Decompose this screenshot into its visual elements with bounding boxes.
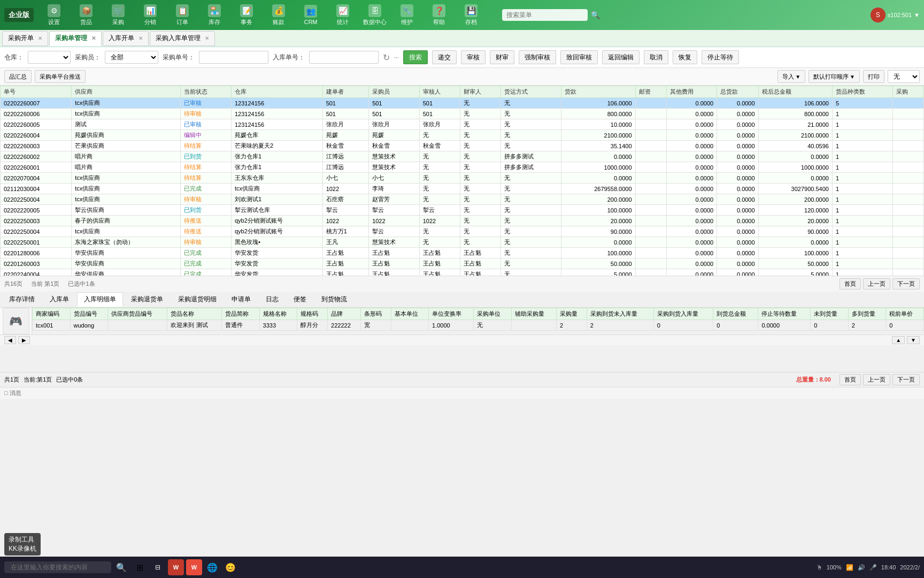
nav-search-input[interactable]	[502, 9, 588, 21]
tab-close-1[interactable]: ✕	[91, 35, 96, 41]
table-row[interactable]: 02202260003 芒果供应商 待结算 芒果味的夏天2 秋金雪 秋金雪 秋金…	[1, 141, 924, 151]
table-row[interactable]: 02202260004 苑媛供应商 编辑中 苑媛仓库 苑媛 苑媛 无 无 无 2…	[1, 130, 924, 141]
detail-prev-btn[interactable]: 上一页	[863, 374, 890, 385]
cancel-button[interactable]: 取消	[644, 50, 668, 64]
table-row[interactable]: 02112030004 tcx供应商 已完成 tcx供应商 1022 李琦 无 …	[1, 184, 924, 194]
tab-inbound-order[interactable]: 入库开单 ✕	[103, 31, 149, 46]
dcol-qty: 采购量	[556, 308, 587, 320]
dcol-brand: 品牌	[328, 308, 361, 320]
table-row[interactable]: 02202220005 掣云供应商 已到货 掣云测试仓库 掣云 掣云 掣云 无 …	[1, 205, 924, 216]
sub-tab-inbound[interactable]: 入库单	[43, 292, 76, 307]
sub-tab-return[interactable]: 采购退货单	[124, 292, 170, 307]
table-row[interactable]: 02202260005 测试 已审核 123124156 张欣月 张欣月 张欣月…	[1, 119, 924, 130]
col-buyer: 采购员	[369, 86, 420, 98]
sub-tab-inventory[interactable]: 库存详情	[2, 292, 42, 307]
scroll-right-btn[interactable]: ▶	[18, 336, 30, 344]
enterprise-logo[interactable]: 企业版	[4, 8, 34, 22]
more-filters[interactable]: ···	[394, 54, 399, 60]
sub-tab-return-detail[interactable]: 采购退货明细	[171, 292, 224, 307]
summary-button[interactable]: 品汇总	[4, 70, 32, 83]
sub-tab-note[interactable]: 便签	[287, 292, 313, 307]
taskbar-wps-icon[interactable]: W	[186, 559, 202, 575]
warehouse-label: 仓库：	[4, 53, 24, 62]
finance-button[interactable]: 财审	[490, 50, 514, 64]
stop-wait-button[interactable]: 停止等待	[702, 50, 739, 64]
nav-accounts[interactable]: 💰 账款	[267, 4, 290, 26]
table-row[interactable]: 02202260006 tcx供应商 待审核 123124156 501 501…	[1, 109, 924, 119]
taskbar-wps-w-icon[interactable]: W	[168, 559, 184, 575]
detail-first-btn[interactable]: 首页	[840, 374, 861, 385]
nav-datacenter[interactable]: 🗄 数据中心	[363, 4, 387, 26]
taskbar-emoji-icon[interactable]: 😊	[222, 559, 238, 575]
table-row[interactable]: 02201260003 华安供应商 已完成 华安发货 王占魁 王占魁 王占魁 王…	[1, 258, 924, 269]
nav-stats[interactable]: 📈 统计	[331, 4, 355, 26]
tab-inbound-management[interactable]: 采购入库单管理 ✕	[150, 31, 215, 46]
nav-help[interactable]: ❓ 帮助	[427, 4, 451, 26]
tab-close-2[interactable]: ✕	[138, 35, 143, 41]
table-row[interactable]: 02202250004 tcx供应商 待推送 qyb2分销测试账号 桃方万1 掣…	[1, 226, 924, 237]
submit-button[interactable]: 递交	[432, 50, 457, 64]
import-button[interactable]: 导入 ▼	[777, 70, 805, 83]
main-table-scroll[interactable]: 单号 供应商 当前状态 仓库 建单者 采购员 审核人 财审人 货运方式 货款 邮…	[0, 86, 924, 276]
nav-crm[interactable]: 👥 CRM	[299, 5, 322, 25]
table-row[interactable]: 02202250004 tcx供应商 待审核 刘欢测试1 石疙瘩 赵雷芳 无 无…	[1, 194, 924, 205]
return-edit-button[interactable]: 返回编辑	[602, 50, 640, 64]
nav-purchase[interactable]: 🛒 采购	[106, 4, 130, 26]
sub-tab-delivery[interactable]: 到货物流	[314, 292, 354, 307]
nav-settings[interactable]: ⚙ 设置	[42, 4, 66, 26]
print-value-select[interactable]: 无	[888, 70, 920, 83]
col-warehouse: 仓库	[231, 86, 322, 98]
scroll-left-btn[interactable]: ◀	[4, 336, 16, 344]
prev-page-btn[interactable]: 上一页	[863, 278, 890, 290]
nav-maintenance[interactable]: 🔧 维护	[395, 4, 419, 26]
nav-inventory[interactable]: 🏪 库存	[203, 4, 226, 26]
scroll-down-btn[interactable]: ▼	[907, 336, 920, 344]
nav-archive[interactable]: 💾 存档	[459, 4, 483, 26]
detail-next-btn[interactable]: 下一页	[892, 374, 920, 385]
detail-table-row[interactable]: tcx001 wudong 欢迎来到 测试 普通件 3333 醇月分 22222…	[33, 320, 924, 331]
print-button[interactable]: 打印	[863, 70, 884, 83]
return-audit-button[interactable]: 致回审核	[560, 50, 598, 64]
nav-goods[interactable]: 📦 货品	[74, 4, 98, 26]
taskbar-search-icon[interactable]: 🔍	[113, 559, 129, 575]
sub-tab-inbound-detail[interactable]: 入库明细单	[77, 292, 123, 307]
table-row[interactable]: 02202260001 唱片商 待结算 张力仓库1 江博远 慧策技术 无 无 拼…	[1, 162, 924, 173]
table-row[interactable]: 02202250001 东海之家珠宝（勿动） 待审核 黑色玫瑰• 王凡 慧策技术…	[1, 237, 924, 248]
table-row[interactable]: 02202260007 tcx供应商 已审核 123124156 501 501…	[1, 98, 924, 109]
scroll-up-btn[interactable]: ▲	[892, 336, 905, 344]
tab-purchase-management[interactable]: 采购单管理 ✕	[49, 31, 102, 46]
tab-close-3[interactable]: ✕	[205, 35, 209, 41]
table-row[interactable]: 02202260002 唱片商 已到货 张力仓库1 江博远 慧策技术 无 无 拼…	[1, 151, 924, 162]
first-page-btn[interactable]: 首页	[840, 278, 861, 290]
inbound-no-input[interactable]	[309, 51, 379, 64]
next-page-btn[interactable]: 下一页	[892, 278, 920, 290]
nav-search-icon[interactable]: 🔍	[591, 11, 600, 19]
restore-button[interactable]: 恢复	[673, 50, 697, 64]
order-no-input[interactable]	[199, 51, 268, 64]
taskbar-search[interactable]	[4, 561, 111, 573]
tab-close-0[interactable]: ✕	[38, 35, 42, 41]
buyer-select[interactable]: 全部	[105, 51, 158, 64]
search-button[interactable]: 搜索	[403, 50, 428, 64]
taskbar-apps-icon[interactable]: ⊟	[150, 559, 166, 575]
print-order-button[interactable]: 默认打印顺序 ▼	[808, 70, 860, 83]
tab-purchase-order[interactable]: 采购开单 ✕	[2, 31, 48, 46]
force-audit-button[interactable]: 强制审核	[519, 50, 556, 64]
table-row[interactable]: 02201280006 华安供应商 已完成 华安发货 王占魁 王占魁 王占魁 王…	[1, 248, 924, 258]
warehouse-select[interactable]	[28, 51, 71, 64]
taskbar-windows-icon[interactable]: ⊞	[132, 559, 148, 575]
taskbar-volume-icon: 🔊	[858, 564, 865, 571]
nav-distribution[interactable]: 📊 分销	[138, 4, 162, 26]
table-row[interactable]: 02202250003 春子的供应商 待推送 qyb2分销测试账号 1022 1…	[1, 216, 924, 226]
sub-tab-bar: 库存详情 入库单 入库明细单 采购退货单 采购退货明细 申请单 日志 便签 到货…	[0, 292, 924, 308]
sub-tab-log[interactable]: 日志	[259, 292, 286, 307]
platform-button[interactable]: 采购单平台推送	[35, 70, 86, 83]
table-row[interactable]: 02202070004 tcx供应商 待结算 王东东仓库 小七 小七 无 无 无…	[1, 173, 924, 184]
nav-affairs[interactable]: 📝 事务	[235, 4, 258, 26]
table-row[interactable]: 02202240004 华安供应商 已完成 华安发货 王占魁 王占魁 王占魁 王…	[1, 269, 924, 276]
nav-order[interactable]: 📋 订单	[171, 4, 194, 26]
sub-tab-application[interactable]: 申请单	[225, 292, 258, 307]
taskbar-chrome-icon[interactable]: 🌐	[204, 559, 220, 575]
refresh-icon[interactable]: ↻	[383, 52, 390, 63]
audit-button[interactable]: 审核	[461, 50, 486, 64]
